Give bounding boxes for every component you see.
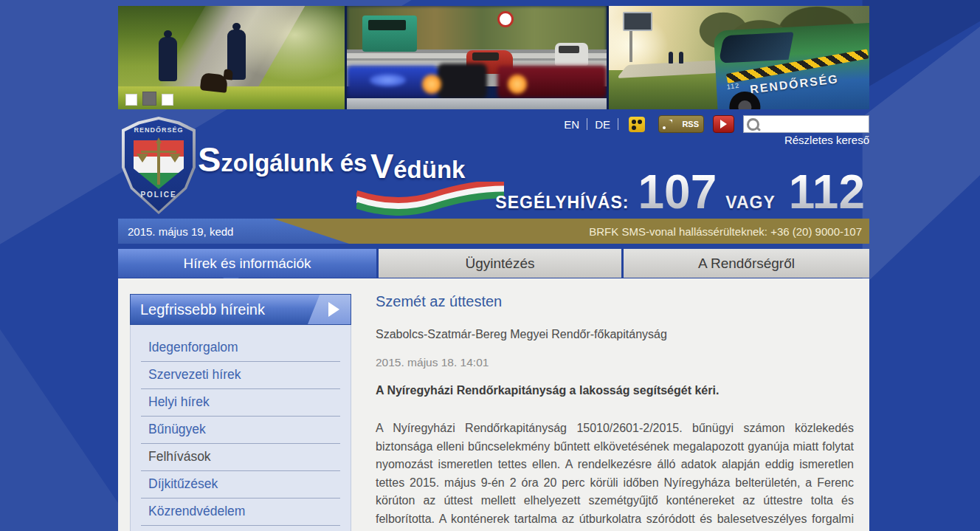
photo-speed-sign (497, 11, 514, 27)
content-area: Legfrissebb híreink Idegenforgalom Szerv… (118, 278, 869, 531)
police-officer-silhouette (159, 37, 177, 81)
sidebar-menu: Idegenforgalom Szervezeti hírek Helyi hí… (141, 335, 340, 531)
police-officer-silhouette (669, 52, 673, 64)
youtube-icon[interactable] (713, 115, 734, 133)
carousel-indicator[interactable] (162, 94, 173, 106)
police-logo[interactable]: RENDŐRSÉG POLICE (122, 117, 196, 214)
sidebar-item-szervezeti-hirek[interactable]: Szervezeti hírek (141, 362, 340, 389)
photo-tow-truck (362, 16, 417, 52)
slogan-text: zolgálunk és (221, 149, 367, 177)
carousel-indicator-active[interactable] (142, 92, 156, 106)
sidebar-item-dijkituzesek[interactable]: Díjkitűzések (141, 471, 340, 499)
rss-wave-icon (663, 120, 672, 129)
police-officer-silhouette (679, 52, 683, 64)
logo-top-text: RENDŐRSÉG (122, 126, 196, 134)
article-date: 2015. május 18. 14:01 (376, 355, 854, 370)
tab-hirek-es-informaciok[interactable]: Hírek és információk (118, 249, 376, 278)
rss-icon[interactable]: RSS (658, 115, 704, 133)
police-lightbar (347, 66, 607, 97)
sidebar-item-kozlekedesrendeszet[interactable]: Közlekedésrendészet (141, 526, 340, 531)
photo-white-car (555, 43, 589, 66)
info-bar: 2015. május 19, kedd BRFK SMS-vonal hall… (118, 219, 869, 244)
date-ribbon: 2015. május 19, kedd (118, 219, 351, 244)
emergency-number-112: 112 (789, 168, 865, 216)
sidebar-item-helyi-hirek[interactable]: Helyi hírek (141, 389, 340, 417)
emergency-number-107: 107 (638, 168, 717, 216)
police-dog-silhouette (200, 72, 228, 93)
tab-ugyintezes[interactable]: Ügyintézés (379, 249, 621, 278)
sidebar-item-idegenforgalom[interactable]: Idegenforgalom (141, 335, 340, 362)
language-link-de[interactable]: DE (587, 118, 618, 131)
logo-scales-icon (157, 143, 160, 185)
carousel-indicators (125, 92, 173, 106)
article-source: Szabolcs-Szatmár-Bereg Megyei Rendőr-fők… (376, 327, 854, 342)
lightbar-center (438, 64, 487, 100)
logo-bottom-text: POLICE (122, 191, 196, 199)
site-header: RENDŐRSÉG POLICE Szolgálunk és Védünk EN… (118, 109, 869, 219)
carousel-indicator[interactable] (125, 94, 137, 106)
search-input[interactable] (743, 115, 869, 133)
arrow-right-icon[interactable] (308, 295, 351, 324)
site-slogan: Szolgálunk és Védünk (198, 139, 465, 179)
hungarian-flag-ribbon (356, 182, 504, 216)
rss-label: RSS (682, 120, 699, 129)
slogan-text: S (198, 140, 221, 179)
header-utility-row: EN DE RSS (556, 115, 869, 133)
sidebar-item-felhivasok[interactable]: Felhívások (141, 444, 340, 471)
banner-photo-highway-police-lights[interactable] (347, 6, 607, 109)
latest-news-sidebar: Legfrissebb híreink Idegenforgalom Szerv… (130, 294, 351, 531)
news-article: Szemét az úttesten Szabolcs-Szatmár-Bere… (376, 293, 854, 531)
current-date: 2015. május 19, kedd (128, 225, 233, 238)
search-icon (747, 118, 759, 131)
sidebar-item-kozrendvedelem[interactable]: Közrendvédelem (141, 499, 340, 526)
sidebar-header[interactable]: Legfrissebb híreink (130, 294, 351, 325)
language-link-en[interactable]: EN (556, 118, 587, 131)
sms-hotline-text: BRFK SMS-vonal hallássérülteknek: +36 (2… (589, 219, 862, 244)
police-suv: 112 RENDŐRSÉG (714, 22, 869, 109)
banner-photo-officers-with-dog[interactable] (118, 6, 345, 109)
tab-a-rendorsegrol[interactable]: A Rendőrségről (624, 249, 869, 278)
photo-sign (623, 12, 652, 31)
search-box (743, 115, 869, 133)
emergency-conjunction: VAGY (725, 193, 775, 213)
banner-carousel: 112 RENDŐRSÉG (118, 6, 869, 109)
slogan-text: édünk (393, 156, 465, 183)
advanced-search-link[interactable]: Részletes kereső (784, 134, 869, 146)
sidebar-title: Legfrissebb híreink (140, 301, 265, 318)
emergency-call-banner: SEGÉLYHÍVÁS: 107 VAGY 112 (495, 168, 869, 216)
article-body: A Nyíregyházi Rendőrkapitányság 15010/26… (376, 419, 854, 531)
banner-photo-police-suv-sunset[interactable]: 112 RENDŐRSÉG (609, 6, 869, 109)
police-suv-windshield (718, 32, 793, 64)
slogan-text: V (370, 146, 393, 185)
emergency-label: SEGÉLYHÍVÁS: (495, 193, 629, 213)
article-title: Szemét az úttesten (376, 293, 854, 309)
logo-scales-icon (141, 151, 176, 153)
accessibility-icon[interactable] (629, 117, 645, 132)
photo-car-roof (347, 98, 607, 109)
sidebar-item-bunugyek[interactable]: Bűnügyek (141, 417, 340, 444)
page-container: 112 RENDŐRSÉG RENDŐRSÉG POLICE (118, 0, 869, 531)
separator (618, 118, 618, 130)
main-navigation: Hírek és információk Ügyintézés A Rendőr… (118, 249, 869, 278)
article-lead: A Nyíregyházi Rendőrkapitányság a lakoss… (376, 383, 854, 399)
